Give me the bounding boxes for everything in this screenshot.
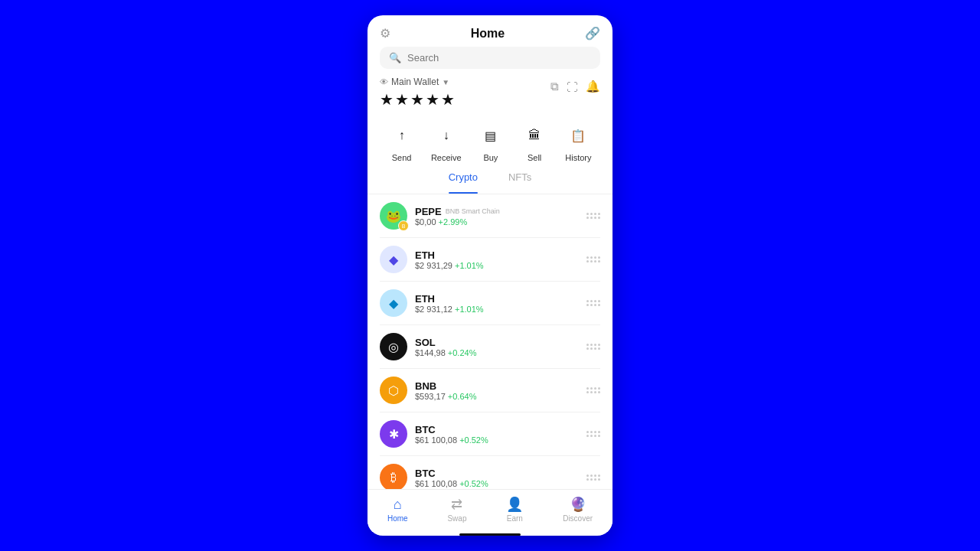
crypto-name-row: ETH <box>415 293 484 305</box>
dot <box>590 344 593 346</box>
history-button[interactable]: 📋 History <box>564 121 593 162</box>
settings-icon[interactable]: ⚙ <box>380 26 390 41</box>
dot <box>590 431 593 433</box>
crypto-left: ₿ BTC $61 100,08 +0.52% <box>380 464 488 489</box>
dots-row-2 <box>586 478 600 481</box>
dot <box>586 256 589 259</box>
copy-icon[interactable]: ⧉ <box>550 80 559 93</box>
nav-swap[interactable]: ⇄ Swap <box>447 496 466 523</box>
dot <box>594 391 596 393</box>
crypto-menu[interactable] <box>586 474 600 481</box>
dot <box>598 431 600 433</box>
expand-icon[interactable]: ⛶ <box>567 80 578 93</box>
dot <box>598 256 600 259</box>
list-item[interactable]: ◆ ETH $2 931,29 +1.01% <box>380 238 600 282</box>
bell-icon[interactable]: 🔔 <box>586 80 600 93</box>
list-item[interactable]: 🐸 B PEPE BNB Smart Chain $0,00 +2.99% <box>380 194 600 238</box>
crypto-symbol-icon: 🐸 <box>386 209 401 223</box>
dot <box>594 431 596 433</box>
nav-earn[interactable]: 👤 Earn <box>506 496 523 523</box>
dot <box>590 435 593 437</box>
crypto-left: ⬡ BNB $593,17 +0.64% <box>380 377 476 404</box>
dot <box>590 304 593 306</box>
dot <box>590 391 593 393</box>
nav-discover-label: Discover <box>563 514 593 523</box>
crypto-menu[interactable] <box>586 300 600 306</box>
receive-button[interactable]: ↓ Receive <box>431 121 462 162</box>
crypto-price-row: $0,00 +2.99% <box>415 217 500 227</box>
crypto-price-row: $144,98 +0.24% <box>415 348 476 357</box>
history-icon: 📋 <box>564 121 593 150</box>
search-bar[interactable]: 🔍 <box>380 47 600 69</box>
tab-nfts[interactable]: NFTs <box>508 171 531 187</box>
crypto-menu[interactable] <box>586 213 600 219</box>
dot <box>598 435 600 437</box>
dot <box>590 347 593 350</box>
sell-label: Sell <box>528 153 541 162</box>
crypto-left: ✱ BTC $61 100,08 +0.52% <box>380 420 488 448</box>
earn-icon: 👤 <box>506 496 523 513</box>
dots-row-1 <box>586 344 600 346</box>
crypto-symbol-icon: ◆ <box>389 296 398 311</box>
crypto-list: 🐸 B PEPE BNB Smart Chain $0,00 +2.99% <box>368 194 612 489</box>
crypto-symbol-icon: ◎ <box>388 340 399 354</box>
crypto-info: PEPE BNB Smart Chain $0,00 +2.99% <box>415 206 500 227</box>
history-label: History <box>565 153 591 162</box>
send-icon: ↑ <box>387 121 416 150</box>
crypto-name: ETH <box>415 293 435 305</box>
list-item[interactable]: ◎ SOL $144,98 +0.24% <box>380 325 600 369</box>
crypto-menu[interactable] <box>586 256 600 262</box>
crypto-change: +0.64% <box>448 392 477 401</box>
send-label: Send <box>392 153 412 162</box>
crypto-info: SOL $144,98 +0.24% <box>415 337 476 357</box>
crypto-menu[interactable] <box>586 387 600 393</box>
page-title: Home <box>471 27 505 41</box>
wallet-label[interactable]: 👁 Main Wallet ▼ <box>380 77 456 87</box>
wallet-name: Main Wallet <box>391 77 439 87</box>
dot <box>594 387 596 390</box>
list-item[interactable]: ◆ ETH $2 931,12 +1.01% <box>380 282 600 325</box>
profile-icon[interactable]: 🔗 <box>585 26 600 41</box>
dot <box>586 213 589 215</box>
crypto-price: $61 100,08 <box>415 479 457 488</box>
send-button[interactable]: ↑ Send <box>387 121 416 162</box>
dot <box>590 256 593 259</box>
crypto-name-row: SOL <box>415 337 476 348</box>
crypto-price-row: $2 931,29 +1.01% <box>415 261 484 270</box>
dot <box>594 300 596 302</box>
list-item[interactable]: ⬡ BNB $593,17 +0.64% <box>380 369 600 412</box>
buy-button[interactable]: ▤ Buy <box>476 121 505 162</box>
crypto-left: ◆ ETH $2 931,12 +1.01% <box>380 289 484 317</box>
nav-home[interactable]: ⌂ Home <box>387 497 408 523</box>
nav-discover[interactable]: 🔮 Discover <box>563 496 593 523</box>
search-input[interactable] <box>407 52 591 64</box>
crypto-menu[interactable] <box>586 431 600 437</box>
dot <box>586 391 589 393</box>
crypto-name: BTC <box>415 424 436 435</box>
sell-button[interactable]: 🏛 Sell <box>520 121 549 162</box>
crypto-price-row: $593,17 +0.64% <box>415 392 476 401</box>
crypto-info: BTC $61 100,08 +0.52% <box>415 424 488 445</box>
dot <box>586 474 589 477</box>
dots-row-2 <box>586 260 600 262</box>
list-item[interactable]: ₿ BTC $61 100,08 +0.52% <box>380 456 600 489</box>
dots-row-1 <box>586 387 600 390</box>
crypto-symbol-icon: ⬡ <box>388 383 399 398</box>
crypto-menu[interactable] <box>586 344 600 350</box>
dot <box>594 304 596 306</box>
crypto-price: $2 931,29 <box>415 261 452 270</box>
crypto-name-row: PEPE BNB Smart Chain <box>415 206 500 217</box>
crypto-info: BTC $61 100,08 +0.52% <box>415 468 488 488</box>
home-indicator <box>459 533 521 536</box>
crypto-name: ETH <box>415 249 435 261</box>
crypto-symbol-icon: ◆ <box>389 253 398 267</box>
crypto-avatar: ◎ <box>380 333 407 360</box>
dot <box>586 435 589 437</box>
list-item[interactable]: ✱ BTC $61 100,08 +0.52% <box>380 412 600 456</box>
crypto-change: +1.01% <box>455 261 484 270</box>
dot <box>598 387 600 390</box>
tab-crypto[interactable]: Crypto <box>449 171 478 187</box>
header: ⚙ Home 🔗 <box>368 15 612 47</box>
search-icon: 🔍 <box>389 52 401 64</box>
crypto-name: BNB <box>415 380 436 392</box>
